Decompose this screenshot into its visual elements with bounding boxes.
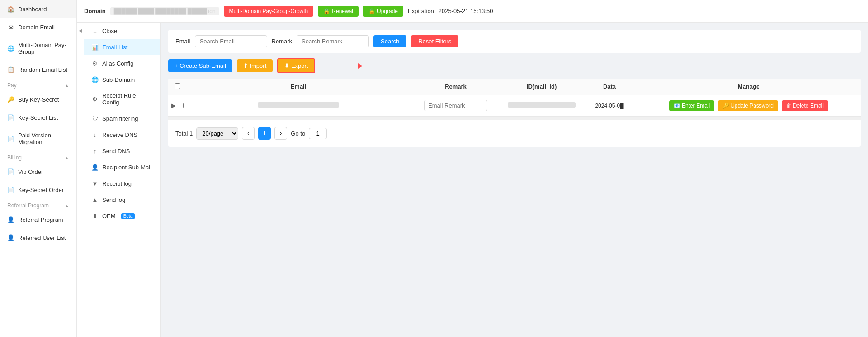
key-icon: 🔑 xyxy=(7,96,14,103)
receive-dns-icon: ↓ xyxy=(91,131,99,138)
goto-input[interactable] xyxy=(309,128,327,139)
sub-sidebar-item-send-log[interactable]: ▲ Send log xyxy=(84,192,160,208)
enter-email-button[interactable]: 📧 Enter Email xyxy=(669,100,714,111)
delete-email-button[interactable]: 🗑 Delete Email xyxy=(782,100,828,111)
goto-label: Go to xyxy=(291,130,305,137)
migration-icon: 📄 xyxy=(7,135,14,142)
sidebar-item-referred-user-list[interactable]: 👤 Referred User List xyxy=(0,229,76,247)
sidebar-section-pay-label: Pay xyxy=(7,82,17,89)
subdomain-icon: 🌐 xyxy=(91,76,99,83)
vip-icon: 📄 xyxy=(7,168,14,175)
sidebar-label-dashboard: Dashboard xyxy=(18,6,47,13)
key-pw-icon: 🔑 xyxy=(722,103,729,109)
expand-icon[interactable]: ▶ xyxy=(171,102,176,109)
sidebar-item-random-email[interactable]: 📋 Random Email List xyxy=(0,61,76,79)
export-wrapper: ⬇ Export xyxy=(277,58,315,73)
sidebar-item-domain-email[interactable]: ✉ Domain Email xyxy=(0,18,76,36)
create-sub-email-button[interactable]: + Create Sub-Email xyxy=(168,59,232,72)
home-icon: 🏠 xyxy=(7,5,14,13)
current-page-button[interactable]: 1 xyxy=(258,127,271,140)
reset-filters-button[interactable]: Reset Filters xyxy=(411,35,458,47)
email-search-input[interactable] xyxy=(195,35,267,47)
sidebar-item-buy-key-secret[interactable]: 🔑 Buy Key-Secret xyxy=(0,90,76,108)
prev-page-button[interactable]: ‹ xyxy=(242,127,255,140)
sidebar-section-pay[interactable]: Pay ▲ xyxy=(0,79,76,90)
sidebar-label-referred-user-list: Referred User List xyxy=(18,234,66,241)
table-header: Email Remark ID(mail_id) Data Manage xyxy=(168,79,861,95)
remark-search-input[interactable] xyxy=(297,35,369,47)
th-data: Data xyxy=(582,79,637,95)
main-area: Domain ██████ ████ ████████ █████ ion Mu… xyxy=(77,0,868,337)
sidebar-item-key-secret-list[interactable]: 📄 Key-Secret List xyxy=(0,108,76,126)
top-header: Domain ██████ ████ ████████ █████ ion Mu… xyxy=(77,0,868,23)
email-icon: ✉ xyxy=(7,23,14,31)
email-table: Email Remark ID(mail_id) Data Manage ▶ xyxy=(168,79,861,147)
sub-sidebar-label-close: Close xyxy=(102,28,117,34)
search-button[interactable]: Search xyxy=(373,35,406,47)
page-size-select[interactable]: 20/page 50/page 100/page xyxy=(196,127,238,140)
sidebar-label-multi-domain: Multi-Domain Pay-Group xyxy=(18,42,69,55)
sub-sidebar-item-receipt-rule[interactable]: ⚙ Receipt Rule Config xyxy=(84,88,160,110)
sub-sidebar-label-send-dns: Send DNS xyxy=(102,148,130,154)
td-remark xyxy=(410,95,501,116)
sidebar-section-billing[interactable]: Billing ▲ xyxy=(0,151,76,163)
th-manage: Manage xyxy=(637,79,861,95)
horizontal-scrollbar[interactable] xyxy=(168,116,861,120)
th-email: Email xyxy=(186,79,410,95)
sidebar-section-referral[interactable]: Referral Program ▲ xyxy=(0,199,76,211)
sub-sidebar-item-send-dns[interactable]: ↑ Send DNS xyxy=(84,143,160,159)
sidebar-item-vip-order[interactable]: 📄 Vip Order xyxy=(0,163,76,181)
chevron-up-icon-billing: ▲ xyxy=(65,155,69,160)
export-arrow-indicator xyxy=(317,63,363,69)
update-password-button[interactable]: 🔑 Update Password xyxy=(718,100,778,111)
sub-sidebar-label-oem: OEM xyxy=(102,213,116,220)
arrow-head xyxy=(358,63,363,69)
sub-sidebar-item-recipient-sub-mail[interactable]: 👤 Recipient Sub-Mail xyxy=(84,159,160,175)
sub-sidebar-label-recipient-sub-mail: Recipient Sub-Mail xyxy=(102,164,151,171)
td-manage: 📧 Enter Email 🔑 Update Password 🗑 Delete… xyxy=(637,96,861,116)
sub-sidebar-label-alias-config: Alias Config xyxy=(102,60,133,67)
order-icon: 📄 xyxy=(7,186,14,193)
sub-sidebar-label-receipt-rule: Receipt Rule Config xyxy=(102,92,153,106)
spam-icon: 🛡 xyxy=(91,115,99,122)
sidebar-item-paid-version-migration[interactable]: 📄 Paid Version Migration xyxy=(0,126,76,151)
close-icon: ≡ xyxy=(91,27,99,34)
sub-sidebar-item-close[interactable]: ≡ Close xyxy=(84,23,160,39)
email-filter-label: Email xyxy=(175,38,190,45)
sub-sidebar-collapse[interactable]: ◀ xyxy=(77,23,84,337)
expiration-label: Expiration xyxy=(408,8,434,14)
email-remark-input[interactable] xyxy=(424,100,487,111)
sub-sidebar-item-oem[interactable]: ⬇ OEM Beta xyxy=(84,208,160,224)
td-email xyxy=(186,98,410,113)
export-button[interactable]: ⬇ Export xyxy=(277,58,315,73)
sub-sidebar-label-receive-dns: Receive DNS xyxy=(102,131,137,138)
sidebar-item-dashboard[interactable]: 🏠 Dashboard xyxy=(0,0,76,18)
sidebar-label-key-secret-list: Key-Secret List xyxy=(18,114,58,121)
sidebar-item-multi-domain[interactable]: 🌐 Multi-Domain Pay-Group xyxy=(0,36,76,61)
btn-multi-domain[interactable]: Multi-Domain Pay-Group-Growth xyxy=(224,6,314,17)
row-checkbox[interactable] xyxy=(178,103,184,108)
sub-sidebar-item-alias-config[interactable]: ⚙ Alias Config xyxy=(84,55,160,71)
receipt-rule-icon: ⚙ xyxy=(91,95,99,103)
total-label: Total 1 xyxy=(175,130,193,137)
sub-sidebar-item-receipt-log[interactable]: ▼ Receipt log xyxy=(84,175,160,192)
sub-sidebar-item-sub-domain[interactable]: 🌐 Sub-Domain xyxy=(84,71,160,88)
sidebar-label-key-secret-order: Key-Secret Order xyxy=(18,187,64,193)
sidebar-item-referral-program[interactable]: 👤 Referral Program xyxy=(0,211,76,229)
btn-renewal[interactable]: 🔒 Renewal xyxy=(318,6,359,17)
sub-sidebar-item-spam-filtering[interactable]: 🛡 Spam filtering xyxy=(84,110,160,126)
filter-bar: Email Remark Search Reset Filters xyxy=(168,30,861,53)
sidebar-item-key-secret-order[interactable]: 📄 Key-Secret Order xyxy=(0,181,76,199)
collapse-icon: ◀ xyxy=(79,28,82,33)
select-all-checkbox[interactable] xyxy=(175,83,180,89)
arrow-line xyxy=(317,66,358,66)
import-button[interactable]: ⬆ Import xyxy=(237,59,273,72)
next-page-button[interactable]: › xyxy=(274,127,287,140)
sub-sidebar-item-receive-dns[interactable]: ↓ Receive DNS xyxy=(84,126,160,143)
oem-icon: ⬇ xyxy=(91,212,99,220)
user-list-icon: 👤 xyxy=(7,234,14,241)
action-bar: + Create Sub-Email ⬆ Import ⬇ Export xyxy=(168,58,861,73)
sub-sidebar-label-receipt-log: Receipt log xyxy=(102,180,132,187)
sub-sidebar-item-email-list[interactable]: 📊 Email List xyxy=(84,39,160,55)
btn-upgrade[interactable]: 🔒 Upgrade xyxy=(363,6,403,17)
